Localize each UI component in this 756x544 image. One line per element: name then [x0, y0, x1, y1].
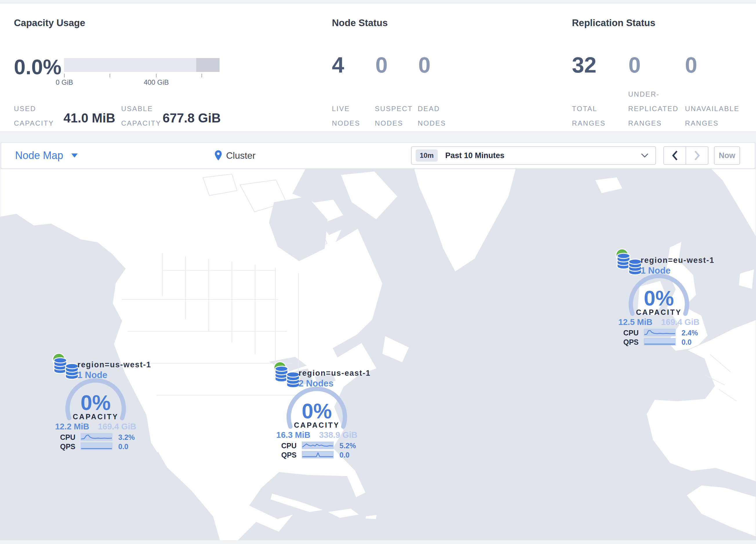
- qps-label: QPS: [621, 338, 639, 347]
- qps-sparkline: [302, 451, 334, 458]
- time-forward-button[interactable]: [686, 147, 708, 164]
- cpu-sparkline: [302, 442, 334, 449]
- chevron-down-icon: [641, 153, 648, 158]
- cpu-value: 2.4%: [682, 329, 698, 337]
- total-ranges-label: TOTALRANGES: [572, 101, 606, 130]
- usable-capacity-value: 677.8 GiB: [163, 111, 221, 125]
- world-map-canvas: [0, 169, 756, 540]
- region-used-capacity: 12.2 MiB: [55, 422, 89, 431]
- view-selector-label: Node Map: [15, 149, 63, 162]
- cockroachdb-cluster-overview: Capacity Usage 0.0% 0 GiB 400 GiB USED C…: [0, 0, 756, 544]
- cpu-sparkline: [644, 329, 676, 336]
- capacity-percent: 0%: [279, 400, 355, 422]
- map-toolbar: Node Map Cluster 10m Past 10 Minutes: [1, 142, 755, 169]
- region-usable-capacity: 338.9 GiB: [319, 430, 357, 440]
- region-usable-capacity: 169.4 GiB: [98, 422, 136, 431]
- unavailable-ranges-count: 0: [685, 53, 697, 77]
- cluster-summary-bar: Capacity Usage 0.0% 0 GiB 400 GiB USED C…: [0, 3, 756, 132]
- qps-sparkline: [81, 443, 112, 450]
- region-usable-capacity: 169.4 GiB: [661, 318, 699, 327]
- used-capacity-label: USED CAPACITY: [14, 101, 54, 130]
- capacity-gauge-label: CAPACITY: [279, 421, 355, 429]
- under-replicated-ranges-count: 0: [628, 53, 641, 77]
- time-back-button[interactable]: [664, 147, 686, 164]
- qps-sparkline: [644, 338, 676, 346]
- cpu-sparkline: [81, 433, 112, 441]
- dead-nodes-count: 0: [418, 53, 430, 77]
- qps-value: 0.0: [118, 443, 128, 451]
- usable-capacity-label: USABLE CAPACITY: [121, 101, 161, 130]
- qps-label: QPS: [57, 443, 75, 451]
- bar-tick-label-400: 400 GiB: [133, 78, 179, 86]
- view-selector-dropdown[interactable]: Node Map: [15, 143, 78, 168]
- time-range-label: Past 10 Minutes: [445, 151, 641, 160]
- time-pager: [663, 146, 708, 165]
- capacity-usage-title: Capacity Usage: [14, 17, 85, 28]
- time-range-dropdown[interactable]: 10m Past 10 Minutes: [411, 146, 656, 165]
- chevron-left-icon: [672, 150, 678, 160]
- bar-tick: [110, 74, 110, 77]
- qps-value: 0.0: [339, 451, 350, 459]
- node-map: region=us-west-1 1 Node 0% CAPACITY 12.2…: [0, 169, 756, 540]
- suspect-nodes-label: SUSPECTNODES: [375, 101, 413, 130]
- capacity-percent: 0%: [58, 392, 133, 414]
- region-label: region=us-west-1: [77, 360, 151, 369]
- cpu-label: CPU: [279, 442, 297, 450]
- live-nodes-count: 4: [332, 53, 344, 77]
- now-button[interactable]: Now: [714, 146, 740, 165]
- cpu-label: CPU: [621, 329, 639, 337]
- total-ranges-count: 32: [572, 53, 597, 77]
- cpu-value: 5.2%: [339, 442, 356, 450]
- breadcrumb[interactable]: Cluster: [215, 143, 255, 168]
- breadcrumb-label: Cluster: [226, 150, 255, 161]
- region-label: region=eu-west-1: [641, 256, 715, 265]
- caret-down-icon: [71, 153, 78, 157]
- replication-status-title: Replication Status: [572, 17, 655, 28]
- qps-label: QPS: [279, 451, 297, 459]
- capacity-percent: 0%: [621, 287, 697, 309]
- cpu-label: CPU: [57, 433, 75, 442]
- dead-nodes-label: DEADNODES: [418, 101, 446, 130]
- qps-value: 0.0: [682, 338, 692, 347]
- capacity-gauge-label: CAPACITY: [58, 413, 133, 421]
- used-capacity-value: 41.0 MiB: [63, 111, 115, 125]
- map-pin-icon: [215, 150, 222, 161]
- suspect-nodes-count: 0: [375, 53, 388, 77]
- region-used-capacity: 16.3 MiB: [276, 430, 310, 440]
- bar-tick-label-0: 0 GiB: [41, 78, 88, 86]
- bar-tick: [156, 74, 157, 77]
- bar-tick: [64, 74, 65, 77]
- bar-tick: [201, 74, 202, 77]
- region-label: region=us-east-1: [299, 369, 371, 378]
- capacity-gauge-label: CAPACITY: [621, 308, 697, 317]
- capacity-usage-bar: [64, 58, 219, 72]
- cpu-value: 3.2%: [118, 433, 135, 442]
- time-range-badge: 10m: [416, 149, 438, 162]
- chevron-right-icon: [694, 150, 700, 160]
- capacity-bar-nonusable-segment: [196, 58, 219, 72]
- capacity-usage-percent: 0.0%: [14, 56, 61, 78]
- unavailable-ranges-label: UNAVAILABLERANGES: [685, 101, 739, 130]
- live-nodes-label: LIVENODES: [332, 101, 360, 130]
- region-used-capacity: 12.5 MiB: [618, 318, 653, 327]
- node-status-title: Node Status: [332, 17, 388, 28]
- under-replicated-ranges-label: UNDER- REPLICATED RANGES: [628, 87, 679, 130]
